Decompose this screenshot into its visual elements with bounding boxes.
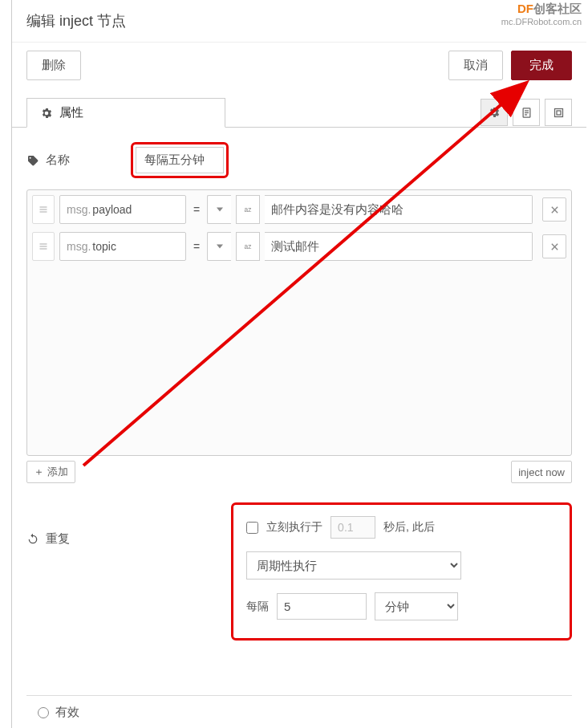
delete-row-button[interactable]: [542, 234, 566, 258]
properties-list: msg. = az: [26, 189, 572, 456]
name-input[interactable]: [136, 147, 224, 173]
svg-rect-7: [40, 209, 47, 210]
property-key-input[interactable]: [91, 240, 163, 253]
drag-handle-icon[interactable]: [32, 232, 55, 261]
property-value-input[interactable]: [265, 232, 533, 261]
gear-icon: [40, 107, 53, 120]
repeat-mode-select[interactable]: 周期性执行: [246, 551, 461, 580]
property-row: msg. = az: [32, 195, 566, 224]
plus-icon: ＋: [34, 465, 44, 479]
every-label: 每隔: [246, 600, 269, 614]
tabs-row: 属性: [12, 98, 586, 128]
tab-properties[interactable]: 属性: [26, 98, 225, 128]
cancel-button[interactable]: 取消: [448, 51, 503, 80]
type-dropdown[interactable]: [207, 232, 231, 261]
done-button[interactable]: 完成: [511, 51, 572, 80]
layout-icon: [553, 107, 565, 119]
name-label: 名称: [46, 153, 70, 168]
document-icon: [521, 107, 533, 119]
delete-button[interactable]: 删除: [26, 51, 81, 80]
once-label-after: 秒后, 此后: [383, 520, 435, 535]
equals-sign: =: [191, 203, 202, 216]
close-icon: [550, 242, 559, 251]
tab-label: 属性: [59, 105, 83, 120]
name-highlight: [131, 142, 229, 178]
action-bar: 删除 取消 完成: [12, 43, 586, 98]
msg-prefix: msg.: [60, 240, 91, 253]
repeat-label: 重复: [46, 531, 70, 547]
string-type-icon: az: [236, 232, 260, 261]
list-actions: ＋ 添加 inject now: [26, 461, 572, 483]
tab-settings-icon-button[interactable]: [481, 99, 508, 126]
svg-rect-8: [40, 212, 47, 213]
svg-rect-6: [40, 207, 47, 208]
name-row: 名称: [26, 142, 572, 178]
property-key-field[interactable]: msg.: [59, 195, 186, 224]
msg-prefix: msg.: [60, 203, 91, 216]
gear-icon: [488, 106, 501, 119]
divider: [26, 695, 572, 696]
radio-icon: [38, 707, 49, 718]
inject-once-checkbox[interactable]: [246, 522, 258, 534]
drag-handle-icon[interactable]: [32, 195, 55, 224]
tab-description-icon-button[interactable]: [513, 99, 540, 126]
tab-appearance-icon-button[interactable]: [545, 99, 572, 126]
property-key-field[interactable]: msg.: [59, 232, 186, 261]
once-label-before: 立刻执行于: [266, 520, 322, 535]
close-icon: [550, 205, 559, 214]
svg-rect-5: [557, 111, 561, 115]
repeat-highlight-box: 立刻执行于 秒后, 此后 周期性执行 每隔 分钟: [231, 502, 572, 641]
form-area: 名称 msg. = az: [12, 128, 586, 641]
repeat-icon: [26, 533, 39, 546]
tag-icon: [26, 154, 39, 167]
svg-rect-12: [40, 246, 47, 247]
property-value-input[interactable]: [265, 195, 533, 224]
once-delay-input[interactable]: [330, 516, 375, 539]
string-type-icon: az: [236, 195, 260, 224]
equals-sign: =: [191, 240, 202, 253]
svg-rect-4: [554, 108, 562, 116]
property-key-input[interactable]: [91, 203, 163, 216]
interval-unit-select[interactable]: 分钟: [375, 592, 458, 620]
svg-rect-13: [40, 249, 47, 250]
edit-panel: 编辑 inject 节点 删除 取消 完成 属性: [11, 0, 586, 728]
panel-title: 编辑 inject 节点: [12, 0, 586, 43]
add-button[interactable]: ＋ 添加: [26, 461, 75, 483]
watermark: DF创客社区 mc.DFRobot.com.cn: [501, 2, 582, 26]
enabled-label: 有效: [55, 705, 79, 720]
interval-value-input[interactable]: [277, 593, 367, 620]
enabled-toggle[interactable]: 有效: [38, 705, 79, 720]
svg-rect-11: [40, 244, 47, 245]
inject-now-button[interactable]: inject now: [511, 461, 572, 483]
delete-row-button[interactable]: [542, 197, 566, 222]
type-dropdown[interactable]: [207, 195, 231, 224]
property-row: msg. = az: [32, 232, 566, 261]
